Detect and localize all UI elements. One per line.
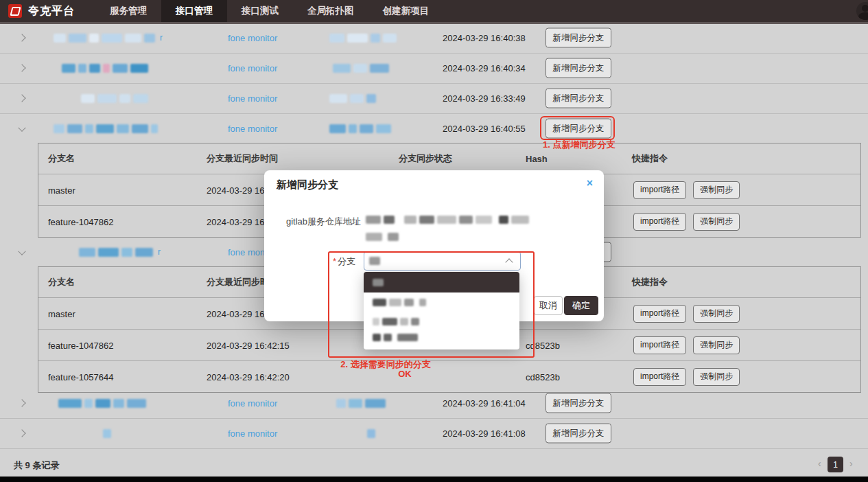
branch-sync-time: 2024-03-29 16: [207,308,267,319]
expand-icon[interactable] [18,34,25,41]
redacted-chip [511,216,529,224]
branch-sync-time: 2024-03-29 16: [207,216,267,227]
import-path-button[interactable]: import路径 [633,213,686,231]
add-sync-branch-button[interactable]: 新增同步分支 [546,424,611,444]
table-row: r fone monitor 2024-03-29 16:40:38 新增同步分… [0,23,868,54]
fone-monitor-link[interactable]: fone monitor [228,53,277,83]
gitlab-repo-label: gitlab服务仓库地址 [286,216,361,228]
last-sync-time: 2024-03-29 16:40:38 [443,23,526,53]
fone-monitor-link[interactable]: fone monitor [228,388,277,418]
service-name-suffix: r [158,247,161,257]
import-path-button[interactable]: import路径 [633,181,686,199]
last-sync-time: 2024-03-29 16:40:34 [443,53,526,83]
redacted-chip [133,94,148,103]
branch-sync-time: 2024-03-29 16: [207,185,267,195]
expand-icon[interactable] [18,399,25,406]
redacted-chip [376,124,391,133]
redacted-chip [350,94,364,103]
confirm-button[interactable]: 确定 [564,296,598,315]
force-sync-button[interactable]: 强制同步 [693,181,740,199]
redacted-chip [367,429,375,438]
force-sync-button[interactable]: 强制同步 [693,213,740,231]
branch-sync-time: 2024-03-29 16:42:20 [207,371,290,382]
redacted-chip [85,124,93,133]
redacted-chip [127,399,146,408]
redacted-chip [117,124,129,133]
redacted-detail [333,53,392,83]
screen-bottom-bar [0,477,868,482]
expand-icon[interactable] [18,94,25,102]
redacted-repo-url [366,216,532,224]
fone-monitor-link[interactable]: fone monitor [228,418,277,448]
collapse-icon[interactable] [18,248,25,255]
add-sync-branch-button[interactable]: 新增同步分支 [546,393,611,413]
user-avatar-icon[interactable] [856,2,868,20]
redacted-chip [84,399,93,408]
tab-interface-management[interactable]: 接口管理 [161,0,227,22]
redacted-service-name: r [79,237,161,267]
last-sync-time: 2024-03-29 16:33:49 [443,83,526,113]
redacted-service-name [62,53,151,83]
collapse-icon[interactable] [18,124,25,132]
pagination-prev-icon[interactable]: ‹ [818,458,821,469]
redacted-chip [353,64,367,73]
expand-icon[interactable] [18,429,25,437]
expand-icon[interactable] [18,64,25,71]
redacted-chip [113,399,124,408]
force-sync-button[interactable]: 强制同步 [693,368,740,386]
redacted-chip [360,124,373,133]
force-sync-button[interactable]: 强制同步 [693,305,740,323]
redacted-chip [97,94,117,103]
import-path-button[interactable]: import路径 [633,368,686,386]
redacted-detail [329,83,379,113]
add-sync-branch-button[interactable]: 新增同步分支 [546,89,611,108]
redacted-detail [336,388,388,418]
cancel-button[interactable]: 取消 [534,296,563,315]
redacted-chip [336,399,346,408]
close-icon[interactable]: × [587,177,593,190]
redacted-service-name [54,113,161,144]
pagination-page-1[interactable]: 1 [828,457,843,472]
force-sync-button[interactable]: 强制同步 [693,336,740,354]
redacted-chip [103,64,110,73]
tab-service-management[interactable]: 服务管理 [95,0,161,22]
tab-global-topology[interactable]: 全局拓扑图 [293,0,368,22]
table-row: fone monitor 2024-03-29 16:41:08 新增同步分支 [0,418,868,449]
redacted-chip [383,34,397,43]
pagination-next-icon[interactable]: › [849,458,853,469]
redacted-chip [437,216,456,224]
annotation-highlight-box [328,251,535,358]
redacted-chip [135,248,153,257]
redacted-chip [81,94,95,103]
redacted-chip [366,94,376,103]
redacted-chip [119,94,130,103]
col-sync-time: 分支最近同步时间 [207,152,278,165]
redacted-chip [96,124,114,133]
redacted-chip [459,216,473,224]
fone-monitor-link[interactable]: fone monitor [228,83,277,113]
tab-interface-test[interactable]: 接口测试 [227,0,293,22]
dialog-title: 新增同步分支 [277,179,338,192]
fone-monitor-link[interactable]: fone monitor [228,113,277,144]
redacted-service-name [58,388,149,418]
nav-tabs: 服务管理 接口管理 接口测试 全局拓扑图 创建新项目 [95,0,443,22]
import-path-button[interactable]: import路径 [633,336,686,354]
redacted-chip [79,248,95,257]
branch-sync-time: 2024-03-29 16:42:15 [207,340,290,350]
annotation-ok-text: OK [364,369,446,379]
import-path-button[interactable]: import路径 [633,305,686,323]
redacted-chip [370,64,389,73]
col-branch-name: 分支名 [48,152,75,165]
col-hash: Hash [526,154,548,164]
redacted-chip [349,399,362,408]
fone-monitor-link[interactable]: fone monitor [228,23,277,53]
col-sync-status: 分支同步状态 [399,152,452,165]
branch-hash: cd8523b [526,371,560,382]
redacted-chip [333,64,351,73]
redacted-chip [54,34,66,43]
tab-create-project[interactable]: 创建新项目 [368,0,444,22]
redacted-chip [102,34,122,43]
add-sync-branch-button[interactable]: 新增同步分支 [546,28,611,48]
redacted-detail [329,23,399,53]
add-sync-branch-button[interactable]: 新增同步分支 [546,58,611,78]
